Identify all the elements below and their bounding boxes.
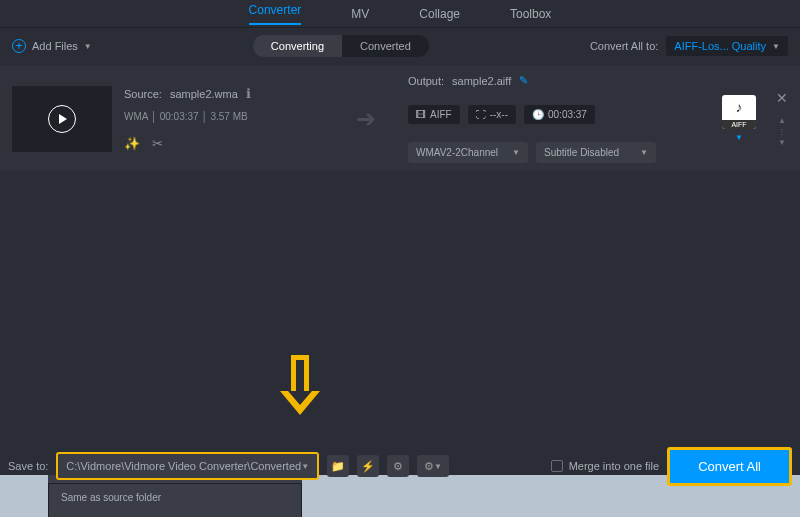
- tab-converting[interactable]: Converting: [253, 35, 342, 57]
- preview-thumbnail[interactable]: [12, 86, 112, 152]
- arrow-icon: ➔: [336, 105, 396, 133]
- remove-item-button[interactable]: ✕: [776, 90, 788, 106]
- move-down-button[interactable]: ▼: [778, 138, 786, 147]
- tab-converter[interactable]: Converter: [249, 3, 302, 25]
- hardware-accel-button[interactable]: ⚙: [387, 455, 409, 477]
- add-files-button[interactable]: + Add Files ▼: [12, 39, 92, 53]
- music-note-icon: ♪: [736, 99, 743, 115]
- source-codec: WMA: [124, 111, 148, 122]
- move-up-button[interactable]: ▲: [778, 116, 786, 125]
- chevron-down-icon: ▼: [772, 42, 780, 51]
- chevron-down-icon[interactable]: ▼: [735, 133, 743, 142]
- menu-same-as-source[interactable]: Same as source folder: [49, 484, 301, 511]
- settings-dropdown[interactable]: ⚙ ▼: [417, 455, 449, 477]
- star-icon[interactable]: ✨: [124, 136, 140, 151]
- annotation-arrow: [280, 355, 320, 415]
- output-column: Output: sample2.aiff ✎ 🎞 AIFF ⛶ --x-- 🕒 …: [408, 74, 710, 163]
- tab-toolbox[interactable]: Toolbox: [510, 7, 551, 21]
- audio-channel-dropdown[interactable]: WMAV2-2Channel▼: [408, 142, 528, 163]
- plus-icon: +: [12, 39, 26, 53]
- tab-converted[interactable]: Converted: [342, 35, 429, 57]
- edit-icon[interactable]: ✎: [519, 74, 528, 87]
- status-toggle: Converting Converted: [253, 35, 429, 57]
- output-label: Output:: [408, 75, 444, 87]
- source-size: 3.57 MB: [210, 111, 247, 122]
- tab-mv[interactable]: MV: [351, 7, 369, 21]
- source-label: Source:: [124, 88, 162, 100]
- save-to-label: Save to:: [8, 460, 48, 472]
- output-format-value: AIFF-Los... Quality: [674, 40, 766, 52]
- source-column: Source: sample2.wma ℹ WMA │ 00:03:37 │ 3…: [124, 86, 324, 151]
- tab-collage[interactable]: Collage: [419, 7, 460, 21]
- output-format-chip: 🎞 AIFF: [408, 105, 460, 124]
- toolbar: + Add Files ▼ Converting Converted Conve…: [0, 28, 800, 64]
- merge-label: Merge into one file: [569, 460, 660, 472]
- footer: Save to: C:\Vidmore\Vidmore Video Conver…: [0, 427, 800, 517]
- convert-all-button[interactable]: Convert All: [667, 447, 792, 486]
- output-duration-chip: 🕒 00:03:37: [524, 105, 595, 124]
- main-tabs: Converter MV Collage Toolbox: [0, 0, 800, 28]
- convert-all-to: Convert All to: AIFF-Los... Quality ▼: [590, 36, 788, 56]
- source-duration: 00:03:37: [160, 111, 199, 122]
- boost-button[interactable]: ⚡: [357, 455, 379, 477]
- output-resolution-chip: ⛶ --x--: [468, 105, 516, 124]
- save-path-value: C:\Vidmore\Vidmore Video Converter\Conve…: [66, 460, 301, 472]
- save-path-dropdown[interactable]: C:\Vidmore\Vidmore Video Converter\Conve…: [56, 452, 319, 480]
- chevron-down-icon: ▼: [301, 462, 309, 471]
- play-icon: [48, 105, 76, 133]
- source-filename: sample2.wma: [170, 88, 238, 100]
- file-item: Source: sample2.wma ℹ WMA │ 00:03:37 │ 3…: [0, 66, 800, 171]
- menu-recent-path[interactable]: C:\Vidmore\Vidmore Video Converter\Conve…: [49, 511, 301, 517]
- open-folder-button[interactable]: 📁: [327, 455, 349, 477]
- convert-all-to-label: Convert All to:: [590, 40, 658, 52]
- subtitle-dropdown[interactable]: Subtitle Disabled▼: [536, 142, 656, 163]
- output-format-dropdown[interactable]: AIFF-Los... Quality ▼: [666, 36, 788, 56]
- info-icon[interactable]: ℹ: [246, 86, 251, 101]
- reorder-controls: ▲ ⋮ ▼: [778, 116, 786, 147]
- chevron-down-icon: ▼: [640, 148, 648, 157]
- drag-handle-icon[interactable]: ⋮: [778, 127, 786, 136]
- chevron-down-icon: ▼: [512, 148, 520, 157]
- add-files-label: Add Files: [32, 40, 78, 52]
- output-filename: sample2.aiff: [452, 75, 511, 87]
- chevron-down-icon: ▼: [84, 42, 92, 51]
- save-path-menu: Same as source folder C:\Vidmore\Vidmore…: [48, 483, 302, 517]
- output-format-badge: AIFF: [722, 120, 756, 129]
- merge-checkbox[interactable]: [551, 460, 563, 472]
- output-format-icon[interactable]: ♪ AIFF: [722, 95, 756, 129]
- cut-icon[interactable]: ✂: [152, 136, 163, 151]
